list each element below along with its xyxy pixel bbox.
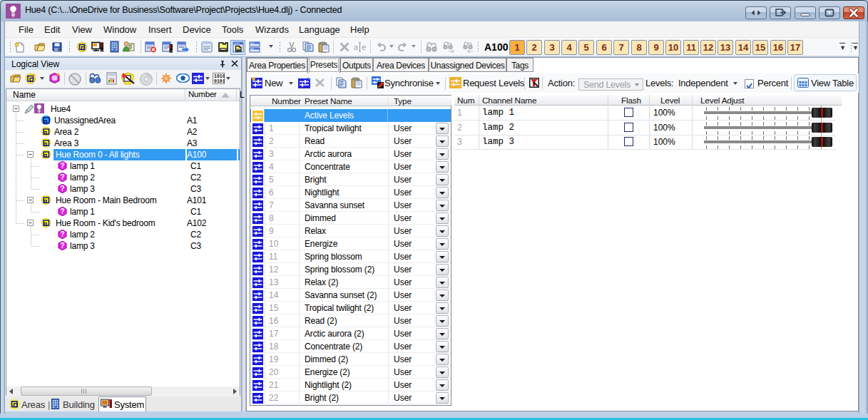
svg-text:a: a [354, 43, 359, 51]
svg-text:e: e [362, 43, 366, 51]
svg-text:0101: 0101 [214, 79, 225, 84]
